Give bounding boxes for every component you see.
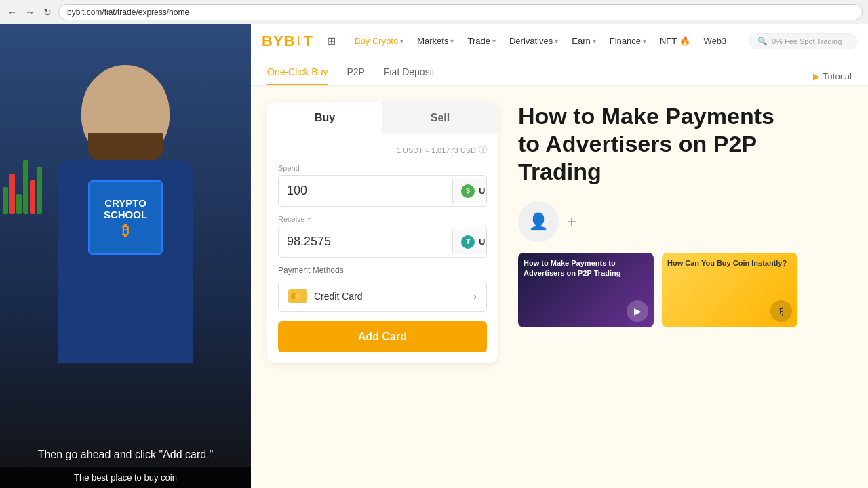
usd-icon: $ xyxy=(461,184,475,198)
grid-icon: ⊞ xyxy=(327,35,336,47)
video-card-2[interactable]: How Can You Buy Coin Instantly? ₿ xyxy=(662,253,797,327)
page-body: Buy Sell 1 USDT ≈ 1.01773 USD ⓘ Spend xyxy=(251,86,868,488)
usdt-selector[interactable]: ₮ USDT ▾ xyxy=(452,230,487,254)
sell-tab[interactable]: Sell xyxy=(382,102,498,134)
buy-tab[interactable]: Buy xyxy=(267,102,382,134)
nav-finance[interactable]: Finance ▾ xyxy=(604,33,652,49)
illustration-avatar: 👤 xyxy=(518,201,559,242)
overlay-text: Then go ahead and click "Add card." xyxy=(0,449,251,461)
spend-label: Spend xyxy=(278,164,487,172)
video-cards: How to Make Payments to Advertisers on P… xyxy=(518,253,852,327)
spend-input-row: $ USD ▾ xyxy=(278,175,487,207)
usdt-icon: ₮ xyxy=(461,235,475,249)
video-card-1[interactable]: How to Make Payments to Advertisers on P… xyxy=(518,253,654,327)
payment-methods-label: Payment Methods xyxy=(278,266,487,275)
receive-input[interactable] xyxy=(279,226,452,257)
rate-info: 1 USDT ≈ 1.01773 USD ⓘ xyxy=(278,144,487,156)
receive-input-row: ₮ USDT ▾ xyxy=(278,226,487,258)
chevron-icon: ▾ xyxy=(400,37,403,45)
webcam-panel: CRYPTO SCHOOL ₿ Then go ahead and click … xyxy=(0,24,251,488)
forward-button[interactable]: → xyxy=(23,5,37,19)
tab-p2p[interactable]: P2P xyxy=(347,66,364,85)
info-icon: ⓘ xyxy=(479,144,487,156)
credit-card-label: Credit Card xyxy=(314,291,473,302)
nav-earn[interactable]: Earn ▾ xyxy=(566,33,601,49)
browser-bar: ← → ↻ bybit.com/fiat/trade/express/home xyxy=(0,0,868,24)
promo-section: How to Make Payments to Advertisers on P… xyxy=(518,102,852,472)
back-button[interactable]: ← xyxy=(5,5,19,19)
video1-title: How to Make Payments to Advertisers on P… xyxy=(524,258,648,278)
play-icon-1: ▶ xyxy=(627,300,648,322)
card-body: 1 USDT ≈ 1.01773 USD ⓘ Spend $ USD ▾ xyxy=(267,134,498,363)
nav-web3[interactable]: Web3 xyxy=(698,33,732,49)
shirt-line1: CRYPTO xyxy=(104,197,146,209)
chevron-icon: ▾ xyxy=(555,37,558,45)
play-icon-2: ₿ xyxy=(770,300,792,322)
trade-card: Buy Sell 1 USDT ≈ 1.01773 USD ⓘ Spend xyxy=(267,102,498,363)
plus-icon: + xyxy=(567,212,576,231)
usd-selector[interactable]: $ USD ▾ xyxy=(452,179,487,203)
chevron-icon: ▾ xyxy=(492,37,496,45)
main-layout: CRYPTO SCHOOL ₿ Then go ahead and click … xyxy=(0,24,868,488)
logo: BYB↑T xyxy=(262,33,313,50)
content-panel: BYB↑T ⊞ Buy Crypto ▾ Markets ▾ Trade ▾ D… xyxy=(251,24,868,488)
credit-card-row[interactable]: Credit Card › xyxy=(278,281,487,312)
tabs-bar: One-Click Buy P2P Fiat Deposit ▶ Tutoria… xyxy=(251,58,868,86)
promo-headline: How to Make Payments to Advertisers on P… xyxy=(518,102,776,185)
refresh-button[interactable]: ↻ xyxy=(41,5,54,19)
bottom-subtitle-left: The best place to buy coin xyxy=(0,467,251,488)
url-bar[interactable]: bybit.com/fiat/trade/express/home xyxy=(58,4,863,20)
spend-input[interactable] xyxy=(279,176,452,206)
webcam-bg: CRYPTO SCHOOL ₿ xyxy=(0,24,251,488)
video2-title: How Can You Buy Coin Instantly? xyxy=(667,258,792,268)
add-card-button[interactable]: Add Card xyxy=(278,321,487,352)
chevron-icon: ▾ xyxy=(450,37,454,45)
shirt-line2: SCHOOL xyxy=(104,209,147,220)
navbar: BYB↑T ⊞ Buy Crypto ▾ Markets ▾ Trade ▾ D… xyxy=(251,24,868,58)
buy-sell-tabs: Buy Sell xyxy=(267,102,498,134)
chevron-icon: ▾ xyxy=(643,37,646,45)
nav-nft[interactable]: NFT 🔥 xyxy=(654,33,696,49)
receive-input-group: Receive ≈ ₮ USDT ▾ xyxy=(278,215,487,258)
nav-buy-crypto[interactable]: Buy Crypto ▾ xyxy=(349,33,409,49)
nav-markets[interactable]: Markets ▾ xyxy=(412,33,459,49)
shirt-symbol: ₿ xyxy=(122,223,129,239)
credit-card-icon xyxy=(288,289,307,303)
tab-one-click-buy[interactable]: One-Click Buy xyxy=(267,66,328,85)
search-icon: 🔍 xyxy=(757,37,768,46)
nav-menu: Buy Crypto ▾ Markets ▾ Trade ▾ Derivativ… xyxy=(349,33,732,49)
receive-label: Receive ≈ xyxy=(278,215,487,223)
spend-input-group: Spend $ USD ▾ xyxy=(278,164,487,207)
nav-search[interactable]: 🔍 0% Fee Spot Trading xyxy=(749,33,857,49)
nav-derivatives[interactable]: Derivatives ▾ xyxy=(504,33,564,49)
arrow-right-icon: › xyxy=(473,291,477,302)
nav-trade[interactable]: Trade ▾ xyxy=(462,33,500,49)
url-text: bybit.com/fiat/trade/express/home xyxy=(67,7,189,17)
tab-tutorial[interactable]: ▶ Tutorial xyxy=(813,71,852,81)
tab-fiat-deposit[interactable]: Fiat Deposit xyxy=(384,66,435,85)
chevron-icon: ▾ xyxy=(593,37,596,45)
